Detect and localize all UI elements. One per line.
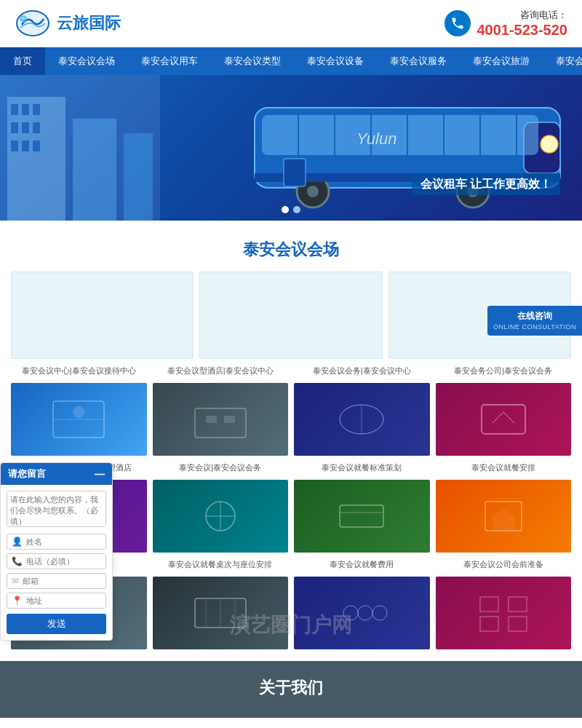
hero-dot-1[interactable] (282, 206, 289, 213)
svg-point-55 (372, 606, 387, 620)
msg-field-name: 👤 (7, 534, 106, 550)
gallery-image-8[interactable] (436, 480, 572, 553)
nav-item-car[interactable]: 泰安会议用车 (128, 47, 211, 75)
consult-badge[interactable]: 在线咨询 ONLINE CONSULTATION (487, 306, 582, 336)
svg-rect-37 (224, 416, 235, 423)
svg-rect-7 (33, 104, 40, 115)
svg-point-26 (307, 186, 319, 197)
gallery-img-item-6[interactable] (153, 480, 289, 553)
gallery-img-item-4[interactable] (436, 383, 572, 456)
gallery-image-6[interactable] (153, 480, 289, 553)
svg-rect-6 (22, 104, 29, 115)
gallery-item-2: 泰安会议型酒店|泰安会议中心 (153, 363, 289, 379)
gallery-img-item-1[interactable] (11, 383, 147, 456)
svg-rect-46 (340, 505, 383, 527)
svg-rect-13 (33, 141, 40, 151)
gallery-item-7: 泰安会议就餐标准策划 (294, 460, 430, 475)
msg-body: 👤 📞 ✉ 📍 发送 (1, 485, 112, 640)
gallery-image-2[interactable] (153, 383, 289, 456)
gallery-img-item-10[interactable] (153, 577, 289, 649)
gallery-img-item-3[interactable] (294, 383, 430, 456)
gallery-image-10[interactable] (153, 577, 289, 649)
phone-icon (445, 10, 471, 36)
contact-number: 4001-523-520 (477, 22, 567, 39)
msg-textarea[interactable] (7, 491, 106, 527)
hero-banner: Yulun 会议租车 让工作更高效！ (0, 75, 582, 221)
svg-rect-9 (22, 122, 29, 133)
gallery-image-11[interactable] (294, 577, 430, 649)
gallery-row-1-images (11, 383, 571, 456)
msg-name-input[interactable] (26, 537, 101, 546)
gallery-img-item-8[interactable] (436, 480, 572, 553)
gallery-image-3[interactable] (294, 383, 430, 456)
msg-name-icon: 👤 (12, 537, 23, 547)
logo-text: 云旅国际 (57, 12, 121, 34)
gallery-caption-8: 泰安会议就餐安排 (436, 460, 572, 475)
gallery-caption-12: 泰安会议公司会前准备 (436, 557, 572, 572)
msg-close-button[interactable]: — (95, 468, 105, 480)
svg-rect-2 (7, 97, 65, 221)
nav-item-venue[interactable]: 泰安会议会场 (45, 47, 128, 75)
svg-rect-4 (124, 133, 153, 221)
logo-icon (15, 9, 51, 38)
section-title: 泰安会议会场 (0, 221, 582, 272)
main-nav: 首页 泰安会议会场 泰安会议用车 泰安会议类型 泰安会议设备 泰安会议服务 泰安… (0, 47, 582, 75)
svg-point-34 (73, 406, 84, 418)
nav-item-type[interactable]: 泰安会议类型 (211, 47, 294, 75)
nav-item-travel[interactable]: 泰安会议旅游 (460, 47, 543, 75)
gallery-img-item-11[interactable] (294, 577, 430, 649)
msg-submit-button[interactable]: 发送 (7, 614, 106, 634)
msg-phone-icon: 📞 (12, 556, 23, 566)
gallery-img-item-7[interactable] (294, 480, 430, 553)
msg-title: 请您留言 (8, 467, 46, 480)
gallery-image-12[interactable] (436, 577, 572, 649)
logo-area: 云旅国际 (15, 9, 121, 38)
contact-text: 咨询电话： 4001-523-520 (477, 9, 567, 39)
gallery-caption-1: 泰安会议中心|泰安会议接待中心 (11, 363, 147, 379)
hero-text: 会议租车 让工作更高效！ (412, 174, 560, 195)
gallery-image-7[interactable] (294, 480, 430, 553)
gallery-item-11: 泰安会议就餐费用 (294, 557, 430, 572)
placeholder-2 (199, 272, 382, 359)
contact-label: 咨询电话： (477, 9, 567, 22)
header: 云旅国际 咨询电话： 4001-523-520 (0, 0, 582, 47)
gallery-caption-3: 泰安会议会务|泰安会议中心 (294, 363, 430, 379)
hero-building (0, 75, 160, 221)
gallery-item-3: 泰安会议会务|泰安会议中心 (294, 363, 430, 379)
svg-rect-12 (22, 141, 29, 151)
svg-point-53 (343, 606, 358, 620)
consult-badge-top: 在线咨询 (493, 310, 576, 323)
svg-rect-16 (262, 115, 538, 155)
gallery-caption-11: 泰安会议就餐费用 (294, 557, 430, 572)
svg-rect-58 (480, 617, 498, 631)
nav-item-equipment[interactable]: 泰安会议设备 (294, 47, 377, 75)
msg-field-email: ✉ (7, 573, 106, 589)
msg-header: 请您留言 — (1, 463, 112, 485)
gallery-img-item-12[interactable] (436, 577, 572, 649)
nav-item-fee[interactable]: 泰安会议收费 (543, 47, 582, 75)
gallery-img-item-2[interactable] (153, 383, 289, 456)
gallery-caption-4: 泰安会务公司|泰安会议会务 (436, 363, 572, 379)
hero-dot-2[interactable] (293, 206, 300, 213)
nav-item-home[interactable]: 首页 (0, 47, 45, 75)
svg-point-54 (358, 606, 372, 620)
gallery-caption-10: 泰安会议就餐桌次与座位安排 (153, 557, 289, 572)
svg-rect-56 (480, 597, 498, 612)
svg-rect-3 (73, 119, 116, 221)
gallery-caption-7: 泰安会议就餐标准策划 (294, 460, 430, 475)
svg-rect-8 (11, 122, 18, 133)
svg-rect-59 (509, 617, 527, 631)
gallery-image-1[interactable] (11, 383, 147, 456)
msg-address-icon: 📍 (12, 596, 23, 606)
gallery-image-4[interactable] (436, 383, 572, 456)
gallery-item-12: 泰安会议公司会前准备 (436, 557, 572, 572)
message-widget: 请您留言 — 👤 📞 ✉ 📍 发送 (0, 462, 113, 641)
msg-email-input[interactable] (23, 577, 101, 585)
gallery-row-1-captions: 泰安会议中心|泰安会议接待中心 泰安会议型酒店|泰安会议中心 泰安会议会务|泰安… (11, 363, 571, 379)
gallery-item-10: 泰安会议就餐桌次与座位安排 (153, 557, 289, 572)
msg-address-input[interactable] (26, 596, 101, 605)
svg-rect-40 (482, 405, 525, 434)
consult-badge-bottom: ONLINE CONSULTATION (493, 323, 576, 332)
nav-item-service[interactable]: 泰安会议服务 (377, 47, 460, 75)
msg-phone-input[interactable] (26, 557, 101, 566)
